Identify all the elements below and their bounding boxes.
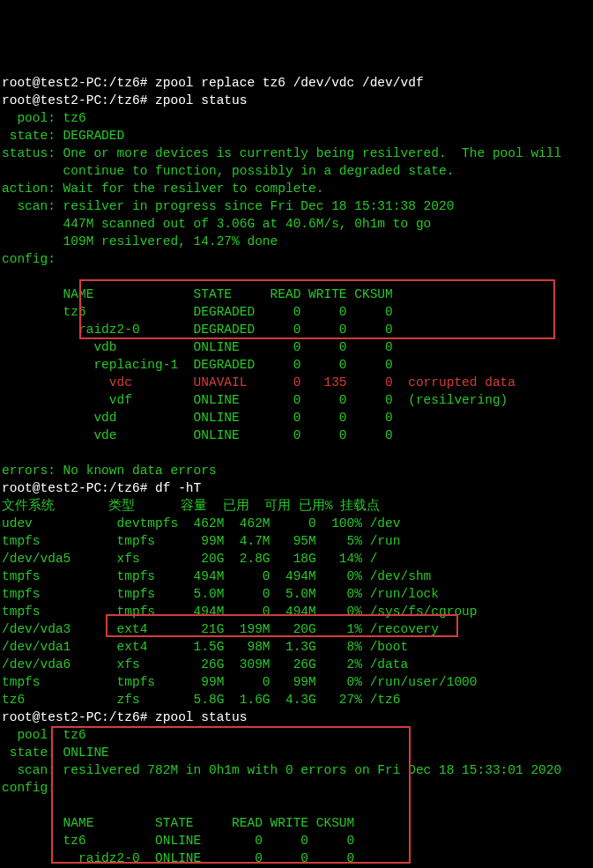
prompt: root@test2-PC:/tz6# [2, 76, 147, 90]
cmd-df: df -hT [155, 481, 201, 495]
df-row: /dev/vda3 ext4 21G 199M 20G 1% /recovery [2, 622, 439, 636]
df-header: 文件系统 类型 容量 已用 可用 已用% 挂载点 [2, 499, 380, 513]
scan-line: 447M scanned out of 3.06G at 40.6M/s, 0h… [2, 217, 431, 231]
prompt: root@test2-PC:/tz6# [2, 93, 147, 108]
status-line2: continue to function, possibly in a degr… [2, 164, 454, 178]
config-header: NAME STATE READ WRITE CKSUM [2, 287, 393, 301]
cmd-zpool-status: zpool status [155, 710, 247, 724]
df-row: /dev/vda5 xfs 20G 2.8G 18G 14% / [2, 552, 377, 566]
config-row-resilver: vdf ONLINE 0 0 0 (resilvering) [2, 393, 508, 407]
config-row: vdb ONLINE 0 0 0 [2, 340, 393, 354]
df-row: tmpfs tmpfs 99M 4.7M 95M 5% /run [2, 534, 400, 548]
scan-line: scan: resilvered 782M in 0h1m with 0 err… [2, 763, 561, 777]
config-row: vdd ONLINE 0 0 0 [2, 411, 393, 425]
cmd-zpool-replace: zpool replace tz6 /dev/vdc /dev/vdf [155, 76, 424, 90]
config-row: raidz2-0 ONLINE 0 0 0 [2, 851, 354, 865]
errors-line: errors: No known data errors [2, 464, 217, 478]
scan-line: 109M resilvered, 14.27% done [2, 234, 278, 249]
action-line: action: Wait for the resilver to complet… [2, 182, 323, 196]
df-row: /dev/vda6 xfs 26G 309M 26G 2% /data [2, 657, 408, 671]
config-header: NAME STATE READ WRITE CKSUM [2, 816, 354, 830]
state-line: state: ONLINE [2, 746, 109, 760]
config-row: raidz2-0 DEGRADED 0 0 0 [2, 323, 393, 337]
pool-line: pool: tz6 [2, 728, 86, 742]
cmd-zpool-status: zpool status [155, 93, 247, 108]
scan-line: scan: resilver in progress since Fri Dec… [2, 199, 454, 213]
config-row-unavail: vdc UNAVAIL 0 135 0 corrupted data [2, 375, 515, 389]
config-row: vde ONLINE 0 0 0 [2, 428, 393, 442]
pool-line: pool: tz6 [2, 111, 86, 125]
prompt: root@test2-PC:/tz6# [2, 710, 147, 724]
config-row: replacing-1 DEGRADED 0 0 0 [2, 358, 393, 372]
df-row-zfs: tz6 zfs 5.8G 1.6G 4.3G 27% /tz6 [2, 693, 400, 707]
df-row: tmpfs tmpfs 494M 0 494M 0% /sys/fs/cgrou… [2, 605, 478, 619]
state-line: state: DEGRADED [2, 129, 124, 143]
df-row: tmpfs tmpfs 5.0M 0 5.0M 0% /run/lock [2, 587, 439, 601]
df-row: tmpfs tmpfs 494M 0 494M 0% /dev/shm [2, 569, 431, 583]
df-row: /dev/vda1 ext4 1.5G 98M 1.3G 8% /boot [2, 640, 408, 654]
config-line: config: [2, 252, 56, 266]
config-line: config: [2, 781, 56, 795]
config-row: tz6 DEGRADED 0 0 0 [2, 305, 393, 319]
df-row: tmpfs tmpfs 99M 0 99M 0% /run/user/1000 [2, 675, 478, 689]
df-row: udev devtmpfs 462M 462M 0 100% /dev [2, 516, 400, 530]
prompt: root@test2-PC:/tz6# [2, 481, 147, 495]
status-line: status: One or more devices is currently… [2, 146, 561, 160]
config-row: tz6 ONLINE 0 0 0 [2, 834, 354, 848]
terminal-output[interactable]: root@test2-PC:/tz6# zpool replace tz6 /d… [2, 74, 591, 868]
